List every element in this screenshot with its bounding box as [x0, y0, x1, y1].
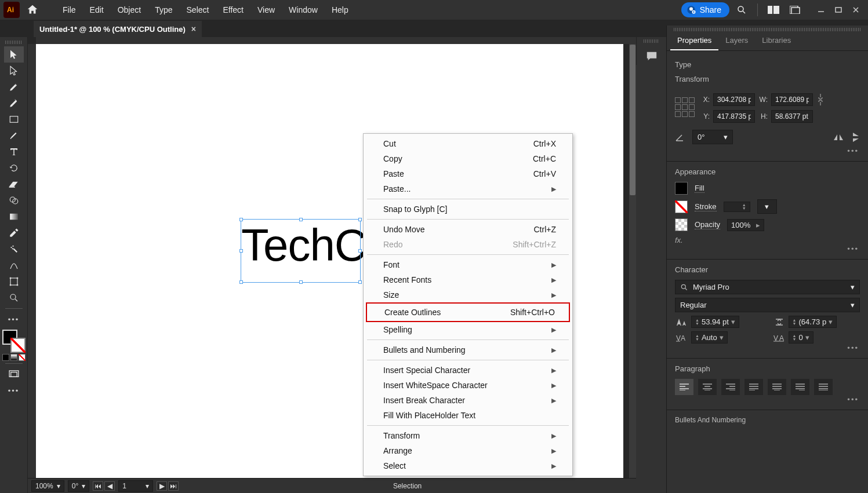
- home-button[interactable]: [22, 0, 43, 20]
- paintbrush-tool[interactable]: [4, 127, 24, 144]
- y-input[interactable]: [713, 110, 755, 123]
- tracking-input[interactable]: ▲▼0▾: [789, 331, 813, 344]
- window-close[interactable]: [847, 4, 865, 16]
- ctx-size[interactable]: Size▶: [364, 287, 572, 302]
- leading-input[interactable]: ▲▼(64.73 p▾: [789, 316, 837, 328]
- eraser-tool[interactable]: [4, 176, 24, 192]
- fx-icon[interactable]: fx.: [675, 236, 860, 244]
- menu-effect[interactable]: Effect: [217, 2, 249, 18]
- selection-tool[interactable]: [4, 46, 24, 63]
- w-input[interactable]: [771, 93, 813, 106]
- x-input[interactable]: [713, 93, 755, 106]
- menu-window[interactable]: Window: [283, 2, 324, 18]
- kerning-input[interactable]: ▲▼Auto▾: [691, 331, 728, 344]
- font-style-dropdown[interactable]: Regular▾: [675, 298, 860, 312]
- paragraph-flyout[interactable]: •••: [675, 395, 860, 404]
- justify-all[interactable]: [814, 379, 833, 395]
- prev-artboard[interactable]: ◀: [104, 481, 115, 491]
- ctx-bullets-numbering[interactable]: Bullets and Numbering▶: [364, 342, 572, 357]
- curvature-tool[interactable]: [4, 95, 24, 111]
- stroke-profile[interactable]: ▾: [757, 199, 777, 214]
- reference-point-grid[interactable]: [675, 97, 695, 117]
- zoom-field[interactable]: 100%▾: [31, 480, 64, 492]
- arrange-documents-button[interactable]: [764, 1, 783, 19]
- justify-center[interactable]: [768, 379, 786, 395]
- color-mode-solid[interactable]: [2, 354, 9, 361]
- fill-stroke-swatch[interactable]: [2, 330, 26, 353]
- flip-horizontal-icon[interactable]: [833, 133, 844, 141]
- stroke-color-swatch[interactable]: [675, 200, 688, 213]
- ctx-recent-fonts[interactable]: Recent Fonts▶: [364, 272, 572, 287]
- font-size-input[interactable]: ▲▼53.94 pt▾: [691, 316, 739, 328]
- stroke-swatch[interactable]: [10, 338, 26, 353]
- vertical-ruler[interactable]: [28, 44, 36, 478]
- stroke-weight[interactable]: ▲▼: [724, 202, 750, 212]
- ctx-cut[interactable]: CutCtrl+X: [364, 136, 572, 151]
- opacity-swatch[interactable]: [675, 218, 688, 231]
- character-flyout[interactable]: •••: [675, 344, 860, 352]
- document-tab[interactable]: Untitled-1* @ 100 % (CMYK/CPU Outline) ×: [34, 21, 202, 37]
- ctx-transform[interactable]: Transform▶: [364, 428, 572, 443]
- ctx-copy[interactable]: CopyCtrl+C: [364, 151, 572, 166]
- close-tab-icon[interactable]: ×: [191, 24, 196, 34]
- menu-type[interactable]: Type: [149, 2, 178, 18]
- ctx-insert-break[interactable]: Insert Break Character▶: [364, 393, 572, 408]
- ctx-font[interactable]: Font▶: [364, 257, 572, 272]
- align-right[interactable]: [721, 379, 740, 395]
- pen-tool[interactable]: [4, 79, 24, 95]
- menu-file[interactable]: File: [57, 2, 82, 18]
- color-mode-gradient[interactable]: [10, 354, 17, 361]
- last-artboard[interactable]: ⏭: [168, 481, 179, 491]
- menu-edit[interactable]: Edit: [84, 2, 110, 18]
- width-tool[interactable]: [4, 257, 24, 273]
- align-left[interactable]: [675, 379, 693, 395]
- transform-flyout[interactable]: •••: [675, 147, 860, 155]
- comments-panel-icon[interactable]: [637, 45, 667, 67]
- search-button[interactable]: [732, 1, 751, 19]
- edit-toolbar[interactable]: •••: [4, 311, 24, 327]
- type-tool[interactable]: [4, 144, 24, 160]
- horizontal-ruler[interactable]: [36, 37, 636, 44]
- flip-vertical-icon[interactable]: [852, 132, 860, 143]
- gradient-tool[interactable]: [4, 209, 24, 225]
- h-input[interactable]: [771, 110, 813, 123]
- workspace-switcher[interactable]: [786, 1, 805, 19]
- tab-properties[interactable]: Properties: [670, 31, 718, 50]
- window-maximize[interactable]: [830, 4, 847, 16]
- screen-mode-tool[interactable]: [4, 366, 24, 382]
- artboard-nav-field[interactable]: 1▾: [118, 480, 153, 492]
- appearance-flyout[interactable]: •••: [675, 244, 860, 253]
- link-wh-icon[interactable]: [816, 92, 825, 108]
- shape-builder-tool[interactable]: [4, 192, 24, 209]
- direct-selection-tool[interactable]: [4, 63, 24, 79]
- vertical-scrollbar[interactable]: [629, 44, 636, 478]
- ctx-paste[interactable]: PasteCtrl+V: [364, 166, 572, 181]
- color-mode-none[interactable]: [19, 354, 26, 361]
- share-button[interactable]: Share: [681, 2, 729, 17]
- ctx-insert-whitespace[interactable]: Insert WhiteSpace Character▶: [364, 378, 572, 393]
- rectangle-tool[interactable]: [4, 111, 24, 127]
- fill-color-swatch[interactable]: [675, 182, 688, 195]
- ctx-spelling[interactable]: Spelling▶: [364, 322, 572, 337]
- eyedropper-tool[interactable]: [4, 225, 24, 241]
- scrollbar-thumb[interactable]: [630, 45, 635, 195]
- ctx-snap-to-glyph[interactable]: Snap to Glyph [C]: [364, 202, 572, 217]
- ctx-paste-more[interactable]: Paste...▶: [364, 181, 572, 196]
- more-tools-icon[interactable]: •••: [4, 382, 24, 399]
- rotate-tool[interactable]: [4, 160, 24, 176]
- opacity-input[interactable]: 100%▸: [727, 219, 764, 231]
- ctx-create-outlines[interactable]: Create OutlinesShift+Ctrl+O: [367, 304, 569, 321]
- menu-help[interactable]: Help: [326, 2, 354, 18]
- ctx-fill-placeholder[interactable]: Fill With PlaceHolder Text: [364, 408, 572, 423]
- ctx-select[interactable]: Select▶: [364, 458, 572, 473]
- rotate-view-field[interactable]: 0°▾: [68, 480, 89, 492]
- artboard-tool[interactable]: [4, 273, 24, 290]
- menu-object[interactable]: Object: [112, 2, 147, 18]
- tab-layers[interactable]: Layers: [718, 31, 755, 50]
- ctx-undo[interactable]: Undo MoveCtrl+Z: [364, 222, 572, 237]
- rotate-dropdown[interactable]: 0°▾: [692, 130, 733, 144]
- justify-left[interactable]: [744, 379, 763, 395]
- symbol-sprayer-tool[interactable]: [4, 241, 24, 257]
- align-center[interactable]: [698, 379, 717, 395]
- ctx-arrange[interactable]: Arrange▶: [364, 443, 572, 458]
